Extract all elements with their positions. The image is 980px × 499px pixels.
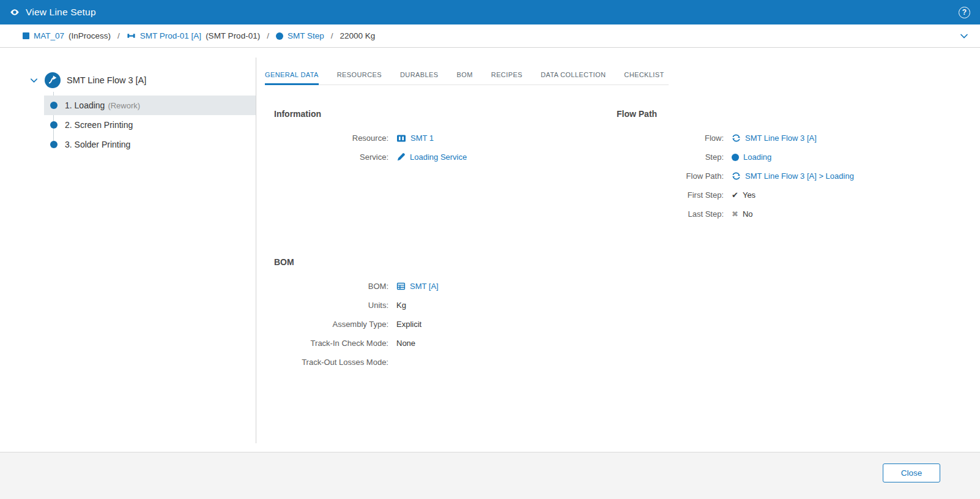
flow-path-link[interactable]: SMT Line Flow 3 [A] > Loading: [745, 171, 854, 181]
step-bullet-icon: [50, 121, 58, 129]
chevron-down-icon[interactable]: [29, 76, 39, 85]
flow-root-label: SMT Line Flow 3 [A]: [67, 75, 146, 85]
step-list: 1. Loading (Rework) 2. Screen Printing 3…: [0, 96, 256, 154]
breadcrumb-material-state: (InProcess): [69, 31, 111, 40]
bom-link[interactable]: SMT [A]: [410, 282, 439, 291]
tree-item-solder-printing[interactable]: 3. Solder Printing: [44, 135, 256, 154]
flow-icon: [732, 171, 741, 181]
check-icon: ✔: [732, 190, 738, 200]
flow-icon: [732, 133, 741, 143]
track-in-check-mode-value: None: [396, 339, 415, 348]
units-value: Kg: [396, 301, 406, 310]
flow-link[interactable]: SMT Line Flow 3 [A]: [745, 133, 817, 143]
tab-resources[interactable]: RESOURCES: [337, 71, 382, 78]
field-label: Last Step:: [617, 209, 724, 219]
x-icon: ✖: [732, 209, 738, 219]
titlebar: View Line Setup ?: [0, 0, 980, 24]
field-label: Flow Path:: [617, 171, 724, 181]
breadcrumb-expand-chevron-icon[interactable]: [959, 31, 969, 41]
assembly-type-value: Explicit: [396, 320, 421, 329]
field-assembly-type: Assembly Type: Explicit: [274, 315, 607, 334]
main-content: SMT Line Flow 3 [A] 1. Loading (Rework) …: [0, 48, 980, 452]
bom-section: BOM BOM: SMT [A]: [274, 257, 607, 372]
resource-link[interactable]: SMT 1: [410, 133, 434, 143]
tree-item-label: 1. Loading: [65, 100, 105, 110]
view-line-setup-window: View Line Setup ? MAT_07 (InProcess) / S…: [0, 0, 980, 499]
field-label: Assembly Type:: [274, 320, 388, 329]
step-icon: [732, 154, 739, 161]
footer-bar: Close: [0, 452, 980, 499]
material-icon: [23, 32, 29, 39]
product-icon: [127, 31, 136, 40]
section-title: Information: [274, 109, 607, 119]
service-icon: [396, 152, 406, 162]
breadcrumb-product-name: (SMT Prod-01): [206, 31, 260, 40]
breadcrumb-material-link[interactable]: MAT_07: [34, 31, 64, 40]
resource-icon: [396, 133, 406, 143]
tree-item-label: 3. Solder Printing: [65, 140, 130, 149]
breadcrumb-separator: /: [115, 31, 122, 40]
close-button[interactable]: Close: [883, 463, 940, 482]
breadcrumb-separator: /: [329, 31, 336, 40]
bom-icon: [396, 282, 406, 291]
tab-recipes[interactable]: RECIPES: [491, 71, 522, 78]
help-icon[interactable]: ?: [959, 7, 970, 18]
service-link[interactable]: Loading Service: [410, 152, 467, 162]
step-bullet-icon: [50, 141, 58, 148]
field-service: Service: Loading Service: [274, 148, 607, 167]
field-units: Units: Kg: [274, 296, 607, 315]
tree-item-suffix: (Rework): [108, 101, 140, 110]
breadcrumb-separator: /: [264, 31, 272, 40]
tab-data-collection[interactable]: DATA COLLECTION: [541, 71, 606, 78]
field-step: Step: Loading: [617, 148, 904, 167]
field-label: BOM:: [274, 282, 388, 291]
field-label: First Step:: [617, 190, 724, 200]
field-first-step: First Step: ✔ Yes: [617, 186, 904, 204]
tree-root-row[interactable]: SMT Line Flow 3 [A]: [0, 70, 256, 91]
panel-divider: [256, 58, 256, 443]
field-track-in-check-mode: Track-In Check Mode: None: [274, 334, 607, 353]
field-label: Units:: [274, 301, 388, 310]
tab-durables[interactable]: DURABLES: [400, 71, 439, 78]
page-title: View Line Setup: [26, 7, 96, 18]
last-step-value: No: [743, 209, 753, 219]
section-title: Flow Path: [617, 109, 904, 119]
field-label: Track-Out Losses Mode:: [274, 358, 388, 367]
first-step-value: Yes: [743, 190, 755, 200]
step-bullet-icon: [50, 102, 58, 109]
field-track-out-losses-mode: Track-Out Losses Mode:: [274, 353, 607, 372]
tree-item-loading[interactable]: 1. Loading (Rework): [44, 96, 256, 115]
flow-icon: [45, 72, 61, 88]
eye-icon: [10, 7, 20, 17]
breadcrumb: MAT_07 (InProcess) / SMT Prod-01 [A] (SM…: [0, 24, 980, 48]
field-label: Track-In Check Mode:: [274, 339, 388, 348]
breadcrumb-quantity: 22000 Kg: [340, 31, 375, 40]
field-last-step: Last Step: ✖ No: [617, 204, 904, 223]
tab-checklist[interactable]: CHECKLIST: [624, 71, 664, 78]
flow-tree-panel: SMT Line Flow 3 [A] 1. Loading (Rework) …: [0, 48, 256, 452]
field-label: Resource:: [274, 133, 388, 143]
step-icon: [276, 32, 283, 40]
information-section: Information Resource: SMT 1: [274, 109, 607, 167]
field-flow-path: Flow Path: SMT: [617, 167, 904, 186]
field-resource: Resource: SMT 1: [274, 129, 607, 148]
field-label: Step:: [617, 152, 724, 162]
breadcrumb-step-link[interactable]: SMT Step: [288, 31, 324, 40]
section-title: BOM: [274, 257, 607, 267]
step-link[interactable]: Loading: [743, 152, 771, 162]
breadcrumb-product-link[interactable]: SMT Prod-01 [A]: [140, 31, 201, 40]
tree-item-label: 2. Screen Printing: [65, 120, 133, 130]
field-flow: Flow: SMT Line: [617, 129, 904, 148]
field-bom: BOM: SMT [A]: [274, 277, 607, 296]
field-label: Service:: [274, 152, 388, 162]
detail-tabs: GENERAL DATA RESOURCES DURABLES BOM RECI…: [265, 71, 669, 85]
tree-item-screen-printing[interactable]: 2. Screen Printing: [44, 115, 256, 135]
flow-path-section: Flow Path Flow:: [617, 109, 904, 223]
tab-general-data[interactable]: GENERAL DATA: [265, 71, 319, 78]
field-label: Flow:: [617, 133, 724, 143]
tab-bom[interactable]: BOM: [457, 71, 473, 78]
